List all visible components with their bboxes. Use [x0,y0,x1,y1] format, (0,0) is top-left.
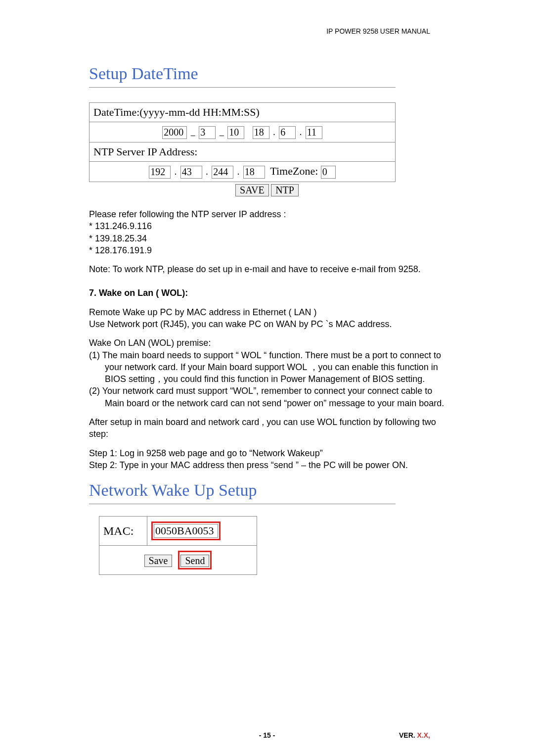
ntp-ip-2: * 139.18.25.34 [89,233,445,244]
ntp-intro-text: Please refer following the NTP server IP… [89,208,445,220]
divider [89,87,396,88]
table-row: _ _ . . [89,122,396,142]
wol-line2: Use Network port (RJ45), you can wake PC… [89,318,445,330]
table-row: MAC: [99,517,257,546]
separator-dot: . [300,127,302,137]
section-title-network-wakeup: Network Wake Up Setup [89,481,445,500]
page-number: - 15 - [259,731,275,739]
month-input[interactable] [199,126,216,139]
mac-send-button[interactable]: Send [180,555,209,567]
save-button[interactable]: SAVE [235,184,269,196]
year-input[interactable] [162,126,187,139]
datetime-inputs-cell: _ _ . . [89,122,396,142]
section-title-setup-datetime: Setup DateTime [89,64,445,83]
send-button-highlight: Send [178,551,212,569]
ntp-ip-d-input[interactable] [243,166,265,179]
ntp-note: Note: To work NTP, please do set up in e… [89,263,445,275]
timezone-input[interactable] [321,166,336,179]
wol-step1: Step 1: Log in 9258 web page and go to “… [89,447,445,459]
mac-buttons-cell: Save Send [99,546,257,575]
mac-input[interactable] [154,524,218,538]
version-prefix: VER. [399,731,417,739]
wol-step2: Step 2: Type in your MAC address then pr… [89,459,445,471]
ntp-ip-1: * 131.246.9.116 [89,220,445,232]
datetime-label: DateTime:(yyyy-mm-dd HH:MM:SS) [89,103,396,122]
mac-table: MAC: Save Send [99,516,257,575]
ntp-ip-3: * 128.176.191.9 [89,244,445,256]
separator-dot: . [237,167,240,177]
table-row: Save Send [99,546,257,575]
wol-premise-heading: Wake On LAN (WOL) premise: [89,337,445,349]
separator-dash: _ [191,127,195,137]
separator-dot: . [273,127,275,137]
hour-input[interactable] [253,126,269,139]
mac-save-button[interactable]: Save [144,555,173,567]
ntp-ip-a-input[interactable] [149,166,171,179]
separator-dot: . [206,167,208,177]
version-label: VER. X.X, [399,731,430,739]
ntp-ip-b-input[interactable] [180,166,202,179]
mac-input-cell [147,517,257,546]
wol-heading: 7. Wake on Lan ( WOL): [89,287,445,299]
ntp-ip-c-input[interactable] [212,166,233,179]
wol-line1: Remote Wake up PC by MAC address in Ethe… [89,306,445,318]
table-row: DateTime:(yyyy-mm-dd HH:MM:SS) [89,103,396,122]
separator-dash: _ [220,127,224,137]
minute-input[interactable] [279,126,296,139]
ntp-inputs-cell: . . . TimeZone: [89,161,396,182]
mac-label: MAC: [99,517,147,546]
divider [89,504,396,504]
ntp-label: NTP Server IP Address: [89,142,396,161]
wol-premise-1: (1) The main board needs to support “ WO… [89,349,445,385]
second-input[interactable] [306,126,322,139]
table-row: NTP Server IP Address: [89,142,396,161]
day-input[interactable] [227,126,244,139]
separator-dot: . [175,167,177,177]
timezone-label: TimeZone: [270,165,318,177]
datetime-table: DateTime:(yyyy-mm-dd HH:MM:SS) _ _ . . N… [89,102,396,182]
mac-input-highlight [151,521,221,540]
version-value: X.X, [417,731,430,739]
header-manual-title: IP POWER 9258 USER MANUAL [326,27,430,35]
wol-after-setup: After setup in main board and network ca… [89,416,445,440]
ntp-button[interactable]: NTP [271,184,299,196]
table-row: . . . TimeZone: [89,161,396,182]
wol-premise-2: (2) Your network card must support “WOL”… [89,385,445,409]
